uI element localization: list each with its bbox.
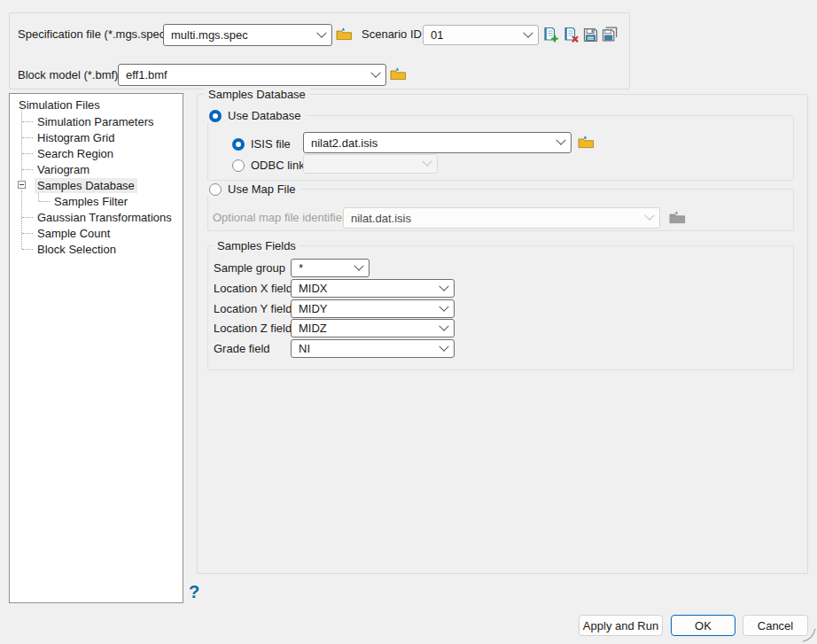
save-as-button[interactable] [602, 27, 618, 45]
location-z-combobox[interactable]: MIDZ [291, 319, 455, 338]
tree-connector [22, 249, 33, 250]
isis-file-value: nilat2.dat.isis [311, 136, 377, 150]
tree-item-label: Sample Count [35, 226, 113, 241]
chevron-down-icon [370, 67, 380, 77]
save-button[interactable] [583, 27, 598, 45]
chevron-down-icon [439, 281, 448, 291]
scenario-id-combobox[interactable]: 01 [423, 25, 539, 45]
tree-item-label: Histogram Grid [35, 130, 117, 145]
folder-open-icon [390, 66, 407, 81]
tree-item-samples-filter[interactable]: Samples Filter [51, 193, 130, 209]
tree-item-sample-count[interactable]: Sample Count [35, 225, 113, 241]
tree-item-variogram[interactable]: Variogram [35, 161, 92, 177]
scenario-id-label: Scenario ID [362, 27, 422, 42]
chevron-down-icon [439, 301, 448, 311]
map-file-identifier-label: Optional map file identifier [213, 211, 346, 225]
tree-item-samples-database[interactable]: Samples Database [35, 177, 137, 193]
location-x-label: Location X field [214, 282, 292, 296]
use-map-file-radio[interactable] [209, 183, 222, 196]
isis-file-radio[interactable] [232, 138, 245, 151]
use-database-radio-row[interactable]: Use Database [207, 109, 306, 122]
cancel-button[interactable]: Cancel [743, 615, 808, 636]
tree-item-label: Simulation Parameters [35, 114, 157, 129]
tree-item-search-region[interactable]: Search Region [35, 145, 116, 161]
delete-scenario-button[interactable] [563, 27, 579, 45]
ok-button[interactable]: OK [671, 615, 735, 636]
folder-open-icon [578, 135, 595, 149]
location-y-label: Location Y field [214, 302, 292, 316]
tree-connector [22, 217, 33, 218]
tree-item-simulation-files[interactable]: Simulation Files [16, 97, 103, 113]
isis-file-radio-row[interactable]: ISIS file [232, 137, 291, 151]
tree-connector [22, 153, 33, 154]
grade-field-combobox[interactable]: NI [291, 339, 455, 358]
simulation-spec-dialog: Specification file (*.mgs.spec) multi.mg… [0, 0, 817, 644]
open-folder-button[interactable] [336, 27, 353, 43]
location-y-combobox[interactable]: MIDY [291, 299, 455, 318]
location-z-value: MIDZ [299, 322, 327, 335]
map-file-identifier-combobox: nilat.dat.isis [343, 207, 660, 229]
folder-disabled-icon [669, 210, 686, 224]
tree-item-histogram-grid[interactable]: Histogram Grid [35, 129, 117, 145]
use-database-label: Use Database [228, 109, 300, 122]
location-z-label: Location Z field [214, 322, 292, 336]
tree-item-simulation-parameters[interactable]: Simulation Parameters [35, 113, 157, 129]
save-icon [583, 27, 598, 43]
tree-connector [39, 201, 50, 202]
tree-item-label-selected: Samples Database [35, 178, 137, 193]
tree-connector [22, 169, 33, 170]
tree-item-label: Block Selection [35, 242, 119, 257]
chevron-down-icon [439, 341, 448, 351]
location-y-value: MIDY [299, 302, 328, 315]
navigation-tree: Simulation Files Simulation Parameters H… [9, 93, 183, 603]
open-folder-button-disabled [669, 210, 686, 227]
open-folder-button[interactable] [578, 135, 595, 151]
resize-grip-icon [802, 628, 816, 642]
grade-field-value: NI [299, 342, 310, 355]
location-x-value: MIDX [299, 282, 328, 295]
tree-item-gaussian-transformations[interactable]: Gaussian Transformations [35, 209, 175, 225]
tree-connector [22, 137, 33, 138]
chevron-down-icon [523, 27, 533, 37]
spec-file-value: multi.mgs.spec [171, 28, 248, 42]
isis-file-label: ISIS file [251, 137, 291, 151]
odbc-link-radio-row[interactable]: ODBC link [232, 159, 305, 172]
tree-item-label: Simulation Files [16, 97, 103, 113]
apply-and-run-button[interactable]: Apply and Run [579, 615, 663, 636]
block-model-combobox[interactable]: eff1.bmf [118, 64, 386, 86]
new-scenario-button[interactable] [542, 27, 558, 45]
odbc-link-label: ODBC link [251, 159, 305, 172]
document-add-icon [542, 27, 558, 43]
tree-connector [21, 106, 22, 249]
resize-grip[interactable] [802, 628, 816, 644]
sample-group-label: Sample group [214, 261, 285, 275]
spec-file-combobox[interactable]: multi.mgs.spec [163, 24, 332, 46]
sample-group-value: * [299, 261, 303, 275]
isis-file-combobox[interactable]: nilat2.dat.isis [303, 132, 572, 153]
odbc-link-radio[interactable] [232, 159, 245, 172]
chevron-down-icon [316, 27, 326, 37]
grade-field-label: Grade field [214, 342, 270, 356]
sample-group-combobox[interactable]: * [291, 259, 370, 277]
samples-database-group-title: Samples Database [204, 88, 310, 102]
chevron-down-icon [439, 321, 448, 330]
samples-fields-group-title: Samples Fields [213, 239, 300, 253]
collapse-minus-icon[interactable] [18, 181, 26, 189]
block-model-value: eff1.bmf [126, 68, 167, 81]
use-map-file-label: Use Map File [228, 182, 296, 196]
use-map-file-radio-row[interactable]: Use Map File [207, 182, 301, 196]
help-button[interactable]: ? [189, 583, 199, 601]
location-x-combobox[interactable]: MIDX [291, 279, 455, 298]
use-database-radio[interactable] [209, 110, 222, 122]
tree-item-label: Gaussian Transformations [35, 210, 175, 225]
spec-file-label: Specification file (*.mgs.spec) [18, 27, 169, 42]
scenario-id-value: 01 [431, 28, 443, 42]
chevron-down-icon [644, 211, 654, 221]
tree-item-block-selection[interactable]: Block Selection [35, 241, 119, 257]
chevron-down-icon [354, 260, 363, 270]
save-all-icon [602, 27, 618, 43]
document-delete-icon [563, 27, 579, 43]
open-folder-button[interactable] [390, 66, 407, 83]
chevron-down-icon [422, 157, 432, 167]
chevron-down-icon [556, 136, 565, 145]
